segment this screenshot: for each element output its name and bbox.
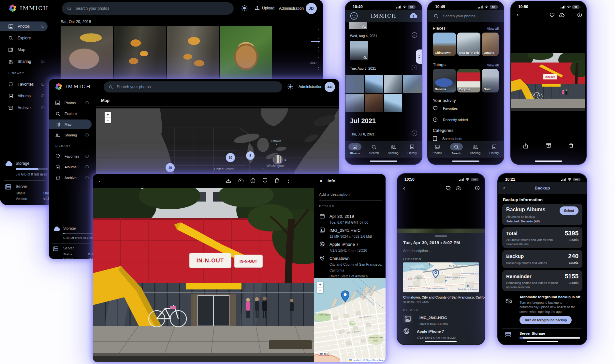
nav-library[interactable]: Library (403, 141, 422, 158)
user-avatar[interactable]: JD (306, 3, 317, 14)
turn-on-foreground-backup-button[interactable]: Turn on foreground backup (520, 316, 572, 324)
photo-thumbnail[interactable] (167, 26, 219, 79)
nav-search[interactable]: Search (365, 141, 384, 158)
map-cluster[interactable]: 8 (246, 151, 255, 160)
photo-thumbnail[interactable] (350, 41, 368, 60)
thing-card[interactable]: Boat (482, 69, 499, 92)
photo-thumbnail[interactable] (384, 94, 402, 112)
category-screenshots-row[interactable]: Screenshots (433, 136, 462, 141)
user-avatar[interactable]: AU (325, 82, 335, 92)
share-icon[interactable] (523, 143, 528, 148)
upload-cloud-icon[interactable] (455, 186, 461, 190)
select-group-checkbox[interactable]: ✓ (412, 131, 417, 136)
photo-thumbnail[interactable] (61, 26, 113, 79)
places-view-all-link[interactable]: View all (487, 27, 499, 31)
description-field[interactable]: Add a description (319, 192, 350, 196)
map-cluster[interactable]: 10 (166, 163, 175, 172)
search-bar[interactable] (104, 81, 282, 92)
photo-thumbnail[interactable] (349, 22, 367, 29)
photo-sliver[interactable] (397, 229, 485, 233)
leaflet-link[interactable]: Leaflet (353, 359, 360, 362)
sheet-drag-handle[interactable] (435, 235, 447, 237)
info-icon[interactable] (250, 178, 256, 183)
zoom-in-button[interactable]: + (317, 282, 323, 287)
home-indicator[interactable] (370, 161, 397, 162)
place-card[interactable]: Omaha (482, 33, 499, 56)
place-card[interactable]: Near north side (457, 33, 480, 56)
search-bar[interactable] (62, 2, 234, 15)
theme-toggle-button[interactable] (241, 5, 248, 13)
immich-logo[interactable]: IMMICH (55, 83, 91, 91)
map-zoom-control[interactable]: + − (317, 282, 323, 293)
sidebar-item-albums[interactable]: Albums ⓘ (49, 162, 93, 172)
info-icon[interactable] (475, 186, 480, 190)
backup-cloud-icon[interactable] (409, 12, 418, 20)
zoom-out-button[interactable]: − (317, 287, 323, 293)
search-input[interactable] (75, 6, 228, 11)
photo-stage[interactable]: IN-N-OUT IN-N-OUT (93, 188, 314, 362)
sidebar-item-albums[interactable]: Albums ⓘ (0, 91, 49, 101)
sidebar-item-photos[interactable]: Photos ⓘ (0, 21, 48, 31)
administration-link[interactable]: Administration (279, 6, 304, 11)
back-button[interactable]: ← (98, 178, 104, 184)
favorite-icon[interactable] (549, 13, 555, 17)
detail-row-location[interactable]: ChinatownCity and County of San Francisc… (319, 255, 382, 279)
favorite-icon[interactable] (446, 186, 451, 190)
select-group-checkbox[interactable]: ✓ (412, 32, 417, 38)
description-field[interactable]: Add description... (403, 249, 431, 253)
thing-card[interactable]: Banana (433, 69, 456, 92)
photo-thumbnail[interactable] (365, 94, 383, 112)
map-cluster[interactable]: 10 (226, 153, 235, 162)
sidebar-item-map[interactable]: Map (0, 45, 49, 55)
info-icon[interactable] (577, 12, 582, 17)
timeline-drag-scrubber[interactable]: ▲▼ (416, 49, 422, 64)
photo-thumbnail[interactable] (365, 75, 383, 93)
sidebar-item-archive[interactable]: Archive ⓘ (49, 173, 93, 183)
zoom-out-button[interactable]: − (105, 118, 111, 123)
photo-thumbnail[interactable] (220, 26, 272, 79)
nav-sharing[interactable]: Sharing (384, 141, 403, 158)
photo-thumbnail[interactable] (345, 94, 364, 112)
zoom-in-button[interactable]: + (105, 112, 111, 118)
photo-stage[interactable]: IN-N-OUT (511, 53, 585, 111)
photo-thumbnail[interactable] (384, 75, 402, 93)
back-chevron-icon[interactable]: ‹ (403, 185, 405, 191)
upload-button[interactable]: Upload (255, 6, 274, 10)
scrubber-position-line[interactable] (311, 41, 320, 42)
download-icon[interactable] (226, 178, 231, 183)
theme-toggle-button[interactable] (287, 84, 293, 91)
sidebar-item-sharing[interactable]: Sharing ⓘ (0, 57, 49, 66)
back-chevron-icon[interactable]: ‹ (517, 12, 519, 18)
location-map[interactable]: Fort Mason Bay Street Union Street Teleg… (314, 278, 386, 362)
favorite-icon[interactable] (262, 178, 268, 183)
location-map[interactable]: Hyde Street Harbor The Embarcadero Jeffe… (403, 262, 479, 292)
immich-logo[interactable]: IMMICH (8, 4, 49, 12)
activity-recent-row[interactable]: Recently added (433, 117, 468, 122)
home-indicator[interactable] (452, 161, 479, 162)
osm-link[interactable]: © OpenStreetMap (363, 359, 384, 362)
sidebar-item-archive[interactable]: Archive ⓘ (0, 103, 49, 113)
select-group-checkbox[interactable]: ✓ (412, 65, 417, 70)
home-indicator[interactable] (425, 341, 457, 342)
upload-cloud-icon[interactable] (238, 178, 243, 183)
sidebar-item-favorites[interactable]: Favorites ⓘ (49, 151, 93, 161)
home-indicator[interactable] (535, 161, 562, 162)
close-info-button[interactable]: ✕ (319, 178, 323, 184)
nav-library[interactable]: Library (485, 141, 504, 158)
nav-search[interactable]: Search (447, 141, 466, 158)
search-input[interactable] (116, 84, 277, 90)
activity-favorites-row[interactable]: Favorites (433, 106, 458, 110)
delete-icon[interactable] (274, 178, 279, 183)
thing-card[interactable]: Bicycle (457, 69, 480, 92)
delete-icon[interactable] (569, 143, 573, 148)
sidebar-item-sharing[interactable]: Sharing ⓘ (49, 130, 93, 140)
map-zoom-control[interactable]: + − (105, 112, 111, 123)
sidebar-item-explore[interactable]: Explore (0, 33, 49, 43)
photo-thumbnail[interactable] (345, 75, 364, 93)
sidebar-item-favorites[interactable]: Favorites ⓘ (0, 79, 49, 89)
search-header[interactable]: Search your photos (428, 10, 504, 22)
archive-add-icon[interactable] (546, 143, 551, 148)
nav-photos[interactable]: Photos (428, 141, 447, 158)
more-icon[interactable]: ⋮ (286, 178, 291, 183)
photo-thumbnail[interactable] (114, 26, 166, 79)
